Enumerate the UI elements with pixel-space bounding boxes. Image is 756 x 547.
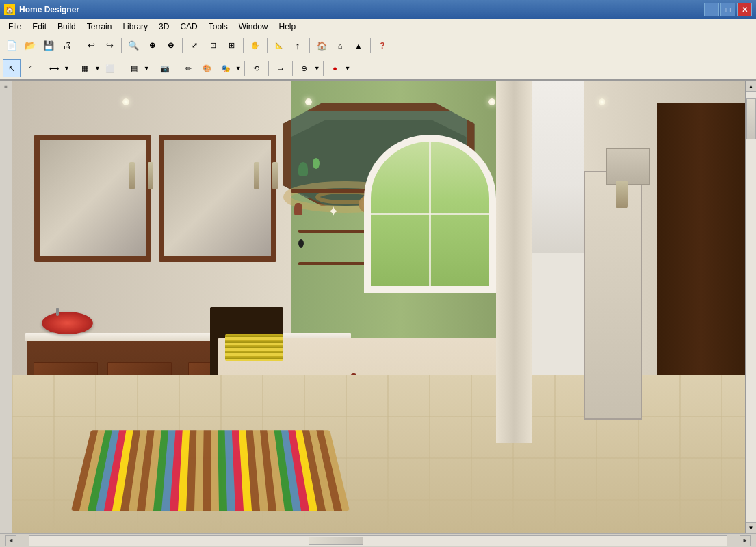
sconce-right-1 (254, 162, 259, 189)
cursor-plus-button[interactable]: ⊕ (296, 59, 313, 77)
sconce-right-wall (616, 181, 628, 208)
scroll-thumb-vertical[interactable] (746, 98, 756, 139)
stairs-button[interactable]: ▤ (125, 59, 143, 77)
floor-plan-button[interactable]: ⌂ (331, 37, 349, 55)
dimension-dropdown[interactable]: ▼ (64, 65, 70, 72)
separator-1 (79, 38, 79, 53)
faucet-left (56, 308, 59, 316)
minimize-button[interactable]: ─ (704, 3, 719, 16)
zoom-box-button[interactable]: ⊡ (204, 37, 222, 55)
separator-8 (42, 61, 42, 76)
separator-9 (73, 61, 73, 76)
wall-type-dropdown[interactable]: ▼ (94, 65, 101, 72)
redo-icon: ↪ (106, 41, 114, 50)
menu-build[interactable]: Build (52, 21, 81, 33)
material-button[interactable]: 🎭 (217, 59, 235, 77)
maximize-button[interactable]: □ (720, 3, 735, 16)
canvas-area[interactable]: ✦ (12, 81, 745, 533)
transform-button[interactable]: ⟲ (248, 59, 265, 77)
menu-cad[interactable]: CAD (174, 21, 203, 33)
fill-window-button[interactable]: ⤢ (185, 37, 203, 55)
menu-bar: File Edit Build Terrain Library 3D CAD T… (0, 19, 756, 34)
room-button[interactable]: ⬜ (101, 59, 119, 77)
select-icon: ↖ (8, 64, 16, 74)
arched-window (364, 135, 496, 293)
cursor-plus-dropdown[interactable]: ▼ (314, 65, 320, 72)
dimension-icon: ⟷ (49, 65, 59, 72)
redo-button[interactable]: ↪ (101, 37, 118, 55)
colors-button[interactable]: 🎨 (198, 59, 216, 77)
separator-14 (268, 61, 269, 76)
separator-16 (323, 61, 324, 76)
column-pillar (496, 81, 533, 443)
undo-button[interactable]: ↩ (82, 37, 100, 55)
zoom-out-button[interactable]: ⊖ (161, 37, 179, 55)
zoom-in-button[interactable]: ⊕ (143, 37, 161, 55)
scroll-down-button[interactable]: ▼ (746, 522, 757, 533)
dimension-button[interactable]: ⟷ (45, 59, 63, 77)
shower-area (584, 171, 642, 420)
roof-button[interactable]: ▲ (350, 37, 367, 55)
save-button[interactable]: 💾 (40, 37, 57, 55)
menu-help[interactable]: Help (273, 21, 301, 33)
separator-12 (177, 61, 177, 76)
title-bar: 🏠 Home Designer ─ □ ✕ (0, 0, 756, 19)
separator-15 (292, 61, 293, 76)
scroll-up-button[interactable]: ▲ (746, 81, 757, 92)
menu-library[interactable]: Library (117, 21, 153, 33)
menu-3d[interactable]: 3D (153, 21, 174, 33)
new-button[interactable]: 📄 (3, 37, 21, 55)
marker-button[interactable]: 📐 (270, 37, 288, 55)
open-button[interactable]: 📂 (21, 37, 39, 55)
zoom-in-glass-button[interactable]: 🔍 (125, 37, 142, 55)
scroll-left-button[interactable]: ◄ (5, 535, 16, 546)
menu-window[interactable]: Window (233, 21, 274, 33)
menu-file[interactable]: File (3, 21, 27, 33)
scroll-track-vertical[interactable] (746, 92, 757, 522)
zoom-box2-button[interactable]: ⊞ (222, 37, 240, 55)
window-grid (371, 142, 489, 286)
material-dropdown[interactable]: ▼ (235, 65, 242, 72)
scrollbar-horizontal[interactable] (29, 535, 727, 546)
pan-icon: ✋ (250, 41, 260, 50)
toolbar-1: 📄 📂 💾 🖨 ↩ ↪ 🔍 ⊕ ⊖ ⤢ ⊡ ⊞ ✋ 📐 ↑ (0, 34, 756, 57)
help-button[interactable]: ? (374, 37, 391, 55)
sink-bowl-left (42, 312, 93, 334)
pan-button[interactable]: ✋ (246, 37, 264, 55)
separator-6 (309, 38, 310, 53)
select-button[interactable]: ↖ (3, 59, 21, 77)
scroll-thumb-horizontal[interactable] (309, 537, 363, 545)
print-button[interactable]: 🖨 (58, 37, 76, 55)
3d-house-button[interactable]: 🏠 (313, 37, 330, 55)
arrow-right-icon: → (276, 64, 285, 74)
print-icon: 🖨 (63, 41, 72, 50)
menu-tools[interactable]: Tools (203, 21, 233, 33)
separator-7 (370, 38, 371, 53)
main-area: ≡ (0, 81, 756, 533)
wall-type-button[interactable]: ▦ (76, 59, 94, 77)
record-button[interactable]: ● (326, 59, 344, 77)
roof-icon: ▲ (355, 42, 363, 50)
record-dropdown[interactable]: ▼ (345, 65, 351, 72)
menu-terrain[interactable]: Terrain (81, 21, 118, 33)
help-icon: ? (380, 41, 384, 51)
scrollbar-vertical[interactable]: ▲ ▼ (745, 81, 756, 533)
stairs-dropdown[interactable]: ▼ (144, 65, 150, 72)
separator-13 (244, 61, 245, 76)
menu-edit[interactable]: Edit (27, 21, 52, 33)
marker-icon: 📐 (275, 42, 283, 49)
floor-plan-icon: ⌂ (338, 42, 343, 50)
close-button[interactable]: ✕ (737, 3, 752, 16)
separator-5 (267, 38, 268, 53)
arc-select-icon: ◜ (29, 64, 31, 73)
zoom-box-icon: ⊡ (210, 41, 216, 50)
colors-icon: 🎨 (203, 64, 212, 73)
arrow-right-button[interactable]: → (272, 59, 289, 77)
arrow-up-button[interactable]: ↑ (289, 37, 307, 55)
arc-select-button[interactable]: ◜ (21, 59, 39, 77)
separator-11 (153, 61, 153, 76)
mirror-right (159, 135, 276, 261)
camera-button[interactable]: 📷 (156, 59, 174, 77)
scroll-right-button[interactable]: ► (740, 535, 751, 546)
pencil-button[interactable]: ✏ (180, 59, 198, 77)
